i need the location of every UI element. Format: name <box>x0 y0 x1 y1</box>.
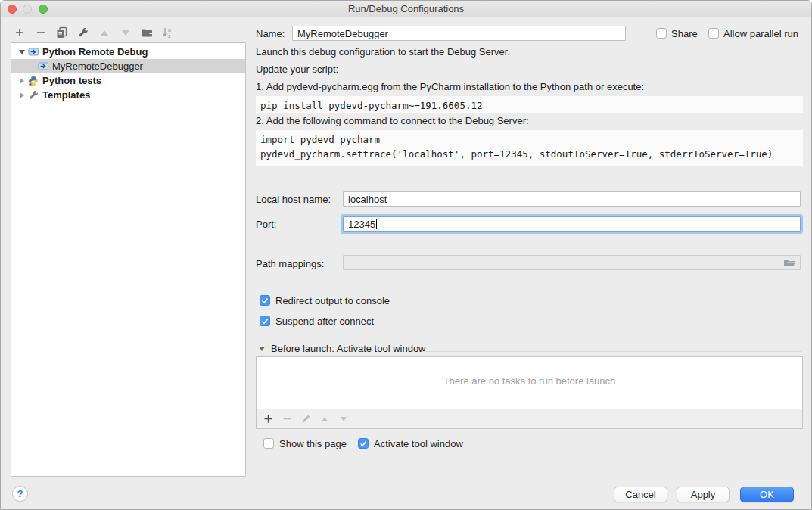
move-task-down-icon[interactable] <box>338 414 349 424</box>
remove-task-icon[interactable] <box>282 414 292 424</box>
name-input[interactable]: MyRemoteDebugger <box>292 26 626 41</box>
suspend-after-connect-label[interactable]: Suspend after connect <box>275 316 374 327</box>
step2-text: 2. Add the following command to connect … <box>256 115 529 126</box>
text-cursor <box>376 219 377 229</box>
section-divider <box>422 351 801 352</box>
tree-item-templates[interactable]: Templates <box>11 88 245 102</box>
name-label: Name: <box>256 28 285 39</box>
before-launch-task-list[interactable]: There are no tasks to run before launch <box>256 356 803 429</box>
path-mappings-input[interactable] <box>343 255 801 270</box>
wrench-icon <box>28 90 39 101</box>
collapse-triangle-icon[interactable] <box>259 347 265 351</box>
port-label: Port: <box>256 219 276 230</box>
redirect-output-label[interactable]: Redirect output to console <box>275 295 390 306</box>
tree-item-myremotedebugger[interactable]: MyRemoteDebugger <box>11 59 245 73</box>
remove-icon[interactable] <box>35 26 46 39</box>
svg-text:a: a <box>168 27 171 33</box>
settrace-code: import pydevd_pycharm pydevd_pycharm.set… <box>256 130 803 166</box>
titlebar: Run/Debug Configurations <box>1 1 811 17</box>
add-task-icon[interactable] <box>263 414 273 424</box>
show-this-page-checkbox[interactable] <box>263 438 274 449</box>
activate-tool-window-checkbox[interactable] <box>358 438 369 449</box>
remote-debug-config-icon <box>28 47 39 58</box>
intro-text: Launch this debug configuration to start… <box>256 46 510 58</box>
local-host-name-label: Local host name: <box>256 194 331 205</box>
port-input[interactable]: 12345 <box>343 216 801 232</box>
activate-tool-window-label[interactable]: Activate tool window <box>374 438 463 449</box>
chevron-right-icon[interactable] <box>17 92 26 98</box>
chevron-right-icon[interactable] <box>17 78 26 84</box>
allow-parallel-run-checkbox[interactable] <box>708 28 719 39</box>
path-mappings-label: Path mappings: <box>256 258 324 269</box>
suspend-after-connect-checkbox[interactable] <box>260 316 270 326</box>
python-icon <box>28 76 39 86</box>
run-debug-configurations-dialog: Run/Debug Configurations <box>0 0 812 510</box>
tree-item-label: Templates <box>42 89 90 101</box>
share-label[interactable]: Share <box>671 28 698 39</box>
tree-item-python-remote-debug[interactable]: Python Remote Debug <box>11 45 245 59</box>
tree-item-label: Python tests <box>42 75 101 86</box>
share-checkbox[interactable] <box>656 28 667 39</box>
move-up-icon[interactable] <box>98 26 110 39</box>
before-launch-label: Before launch: Activate tool window <box>271 343 426 354</box>
task-list-toolbar <box>257 409 802 428</box>
show-this-page-label[interactable]: Show this page <box>279 438 347 449</box>
move-down-icon[interactable] <box>120 26 131 39</box>
ok-button[interactable]: OK <box>740 487 794 502</box>
copy-icon[interactable] <box>56 26 67 39</box>
apply-button[interactable]: Apply <box>677 487 730 502</box>
new-folder-icon[interactable] <box>141 26 152 39</box>
cancel-button[interactable]: Cancel <box>614 487 667 502</box>
tree-item-label: Python Remote Debug <box>42 46 148 58</box>
configurations-tree: Python Remote Debug MyRemoteDebugger Pyt… <box>11 42 246 477</box>
chevron-down-icon[interactable] <box>17 50 26 54</box>
edit-templates-wrench-icon[interactable] <box>77 26 89 39</box>
local-host-name-input[interactable]: localhost <box>343 191 801 207</box>
no-tasks-message: There are no tasks to run before launch <box>257 375 802 387</box>
help-button[interactable]: ? <box>12 486 28 502</box>
redirect-output-checkbox[interactable] <box>260 295 270 306</box>
step1-text: 1. Add pydevd-pycharm.egg from the PyCha… <box>256 81 644 92</box>
sort-alphabetically-icon[interactable]: a z <box>162 26 173 39</box>
window-title: Run/Debug Configurations <box>1 3 811 14</box>
before-launch-section-header[interactable]: Before launch: Activate tool window <box>259 343 426 354</box>
update-script-text: Update your script: <box>256 64 338 75</box>
edit-task-pencil-icon[interactable] <box>300 414 311 424</box>
pip-install-code: pip install pydevd-pycharm~=191.6605.12 <box>256 96 803 113</box>
svg-text:z: z <box>168 33 171 39</box>
tree-item-python-tests[interactable]: Python tests <box>11 73 245 88</box>
tree-item-label: MyRemoteDebugger <box>52 61 143 72</box>
allow-parallel-run-label[interactable]: Allow parallel run <box>723 28 798 39</box>
remote-debug-config-icon <box>38 61 49 72</box>
move-task-up-icon[interactable] <box>319 414 330 424</box>
browse-folder-icon[interactable] <box>783 258 795 268</box>
add-icon[interactable] <box>14 26 25 39</box>
configurations-toolbar: a z <box>14 26 173 39</box>
